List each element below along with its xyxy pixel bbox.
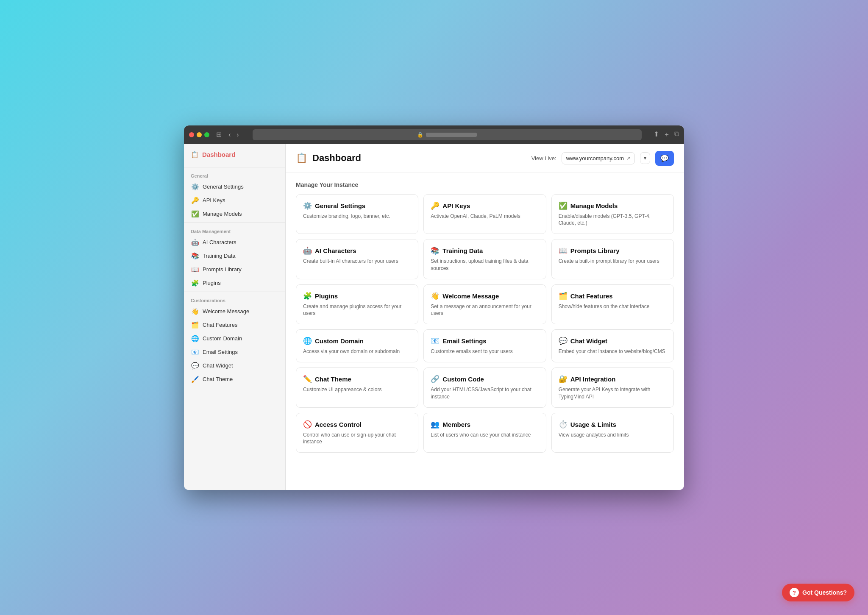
card-title-text: Training Data xyxy=(442,247,483,254)
books-icon: 📚 xyxy=(191,252,199,260)
card-training-data[interactable]: 📚 Training Data Set instructions, upload… xyxy=(423,239,546,279)
tabs-icon[interactable]: ⧉ xyxy=(674,130,679,139)
card-custom-domain[interactable]: 🌐 Custom Domain Access via your own doma… xyxy=(296,329,418,362)
card-title-text: Chat Features xyxy=(570,292,613,300)
view-live-url[interactable]: www.yourcompany.com ↗ xyxy=(562,152,635,164)
section-general: General xyxy=(184,169,285,180)
sidebar-item-label: Custom Domain xyxy=(203,335,242,342)
sidebar-item-general-settings[interactable]: ⚙️ General Settings xyxy=(184,180,285,194)
sidebar-item-email-settings[interactable]: 📧 Email Settings xyxy=(184,345,285,359)
url-text xyxy=(426,133,477,137)
card-chat-features[interactable]: 🗂️ Chat Features Show/hide features on t… xyxy=(551,284,674,325)
key-card-icon: 🔑 xyxy=(431,201,440,210)
chat-card-icon: 💬 xyxy=(559,337,568,345)
sidebar-item-prompts-library[interactable]: 📖 Prompts Library xyxy=(184,263,285,276)
logo-label: Dashboard xyxy=(202,151,235,158)
sidebar-item-ai-characters[interactable]: 🤖 AI Characters xyxy=(184,236,285,249)
minimize-button[interactable] xyxy=(197,132,202,137)
gear-card-icon: ⚙️ xyxy=(303,201,312,210)
card-members[interactable]: 👥 Members List of users who can use your… xyxy=(423,413,546,453)
card-plugins[interactable]: 🧩 Plugins Create and manage plugins acce… xyxy=(296,284,418,325)
card-title: 🔐 API Integration xyxy=(559,375,667,384)
card-desc: Enable/disable models (GPT-3.5, GPT-4, C… xyxy=(559,213,667,227)
no-icon: 🚫 xyxy=(303,420,312,429)
sidebar-item-label: Training Data xyxy=(203,253,236,259)
window-controls xyxy=(189,132,209,137)
card-desc: Control who can use or sign-up your chat… xyxy=(303,431,411,446)
external-link-icon: ↗ xyxy=(626,156,630,161)
url-dropdown-button[interactable]: ▾ xyxy=(640,152,650,164)
url-bar[interactable]: 🔒 xyxy=(253,129,642,140)
chat-button[interactable]: 💬 xyxy=(655,151,674,166)
sidebar-item-chat-widget[interactable]: 💬 Chat Widget xyxy=(184,359,285,373)
card-desc: Set instructions, upload training files … xyxy=(431,258,539,272)
sidebar-logo[interactable]: 📋 Dashboard xyxy=(184,151,285,165)
sidebar-item-api-keys[interactable]: 🔑 API Keys xyxy=(184,194,285,207)
share-icon[interactable]: ⬆ xyxy=(654,130,659,139)
card-title-text: AI Characters xyxy=(315,247,356,254)
card-title: ⚙️ General Settings xyxy=(303,201,411,210)
sidebar-item-manage-models[interactable]: ✅ Manage Models xyxy=(184,207,285,221)
card-api-integration[interactable]: 🔐 API Integration Generate your API Keys… xyxy=(551,367,674,408)
sidebar-item-welcome-message[interactable]: 👋 Welcome Message xyxy=(184,305,285,318)
forward-button[interactable]: › xyxy=(235,130,240,139)
sidebar-toggle-icon[interactable]: ⊞ xyxy=(216,131,222,139)
robot-card-icon: 🤖 xyxy=(303,246,312,255)
sidebar-item-label: General Settings xyxy=(203,184,244,190)
card-ai-characters[interactable]: 🤖 AI Characters Create built-in AI chara… xyxy=(296,239,418,279)
card-title-text: Prompts Library xyxy=(570,247,620,254)
globe-card-icon: 🌐 xyxy=(303,337,312,345)
sidebar-item-training-data[interactable]: 📚 Training Data xyxy=(184,249,285,263)
card-welcome-message[interactable]: 👋 Welcome Message Set a message or an an… xyxy=(423,284,546,325)
sidebar-item-label: Manage Models xyxy=(203,211,242,217)
card-api-keys[interactable]: 🔑 API Keys Activate OpenAI, Claude, PaLM… xyxy=(423,194,546,234)
sidebar-divider-top xyxy=(184,167,285,167)
card-title: 📧 Email Settings xyxy=(431,337,539,345)
sidebar: 📋 Dashboard General ⚙️ General Settings … xyxy=(184,144,286,490)
sidebar-item-label: Plugins xyxy=(203,280,221,286)
key-icon: 🔑 xyxy=(191,197,199,204)
card-title: 🌐 Custom Domain xyxy=(303,337,411,345)
got-questions-button[interactable]: ? Got Questions? xyxy=(782,584,854,601)
sidebar-item-custom-domain[interactable]: 🌐 Custom Domain xyxy=(184,332,285,345)
close-button[interactable] xyxy=(189,132,194,137)
card-title: 👋 Welcome Message xyxy=(431,292,539,301)
card-title: 🧩 Plugins xyxy=(303,292,411,301)
file-card-icon: 🗂️ xyxy=(191,321,199,329)
sidebar-divider-1 xyxy=(184,223,285,223)
card-title-text: API Integration xyxy=(570,376,616,383)
card-prompts-library[interactable]: 📖 Prompts Library Create a built-in prom… xyxy=(551,239,674,279)
card-title-text: Custom Domain xyxy=(315,337,364,345)
robot-icon: 🤖 xyxy=(191,239,199,246)
card-title-text: Custom Code xyxy=(442,376,484,383)
sidebar-item-chat-features[interactable]: 🗂️ Chat Features xyxy=(184,318,285,332)
checkmark-icon: ✅ xyxy=(191,210,199,218)
card-chat-theme[interactable]: ✏️ Chat Theme Customize UI appareance & … xyxy=(296,367,418,408)
sidebar-item-label: Chat Widget xyxy=(203,362,233,369)
sidebar-item-label: Email Settings xyxy=(203,349,238,355)
card-desc: Access via your own domain or subdomain xyxy=(303,348,411,355)
card-chat-widget[interactable]: 💬 Chat Widget Embed your chat instance t… xyxy=(551,329,674,362)
section-customizations: Customizations xyxy=(184,294,285,305)
sidebar-item-chat-theme[interactable]: 🖌️ Chat Theme xyxy=(184,373,285,386)
card-desc: View usage analytics and limits xyxy=(559,431,667,439)
card-desc: Create built-in AI characters for your u… xyxy=(303,258,411,265)
card-manage-models[interactable]: ✅ Manage Models Enable/disable models (G… xyxy=(551,194,674,234)
card-desc: Create a built-in prompt library for you… xyxy=(559,258,667,265)
card-desc: Set a message or an announcement for you… xyxy=(431,303,539,317)
card-usage-limits[interactable]: ⏱️ Usage & Limits View usage analytics a… xyxy=(551,413,674,453)
card-access-control[interactable]: 🚫 Access Control Control who can use or … xyxy=(296,413,418,453)
maximize-button[interactable] xyxy=(204,132,209,137)
back-button[interactable]: ‹ xyxy=(227,130,232,139)
card-email-settings[interactable]: 📧 Email Settings Customize emails sent t… xyxy=(423,329,546,362)
got-questions-label: Got Questions? xyxy=(802,589,847,596)
section-data-management: Data Management xyxy=(184,225,285,236)
card-general-settings[interactable]: ⚙️ General Settings Customize branding, … xyxy=(296,194,418,234)
puzzle-card-icon: 🧩 xyxy=(303,292,312,301)
gear-icon: ⚙️ xyxy=(191,183,199,191)
sidebar-item-plugins[interactable]: 🧩 Plugins xyxy=(184,276,285,290)
card-title-text: Usage & Limits xyxy=(570,421,616,428)
new-tab-icon[interactable]: ＋ xyxy=(663,130,670,139)
card-custom-code[interactable]: 🔗 Custom Code Add your HTML/CSS/JavaScri… xyxy=(423,367,546,408)
card-title: 💬 Chat Widget xyxy=(559,337,667,345)
